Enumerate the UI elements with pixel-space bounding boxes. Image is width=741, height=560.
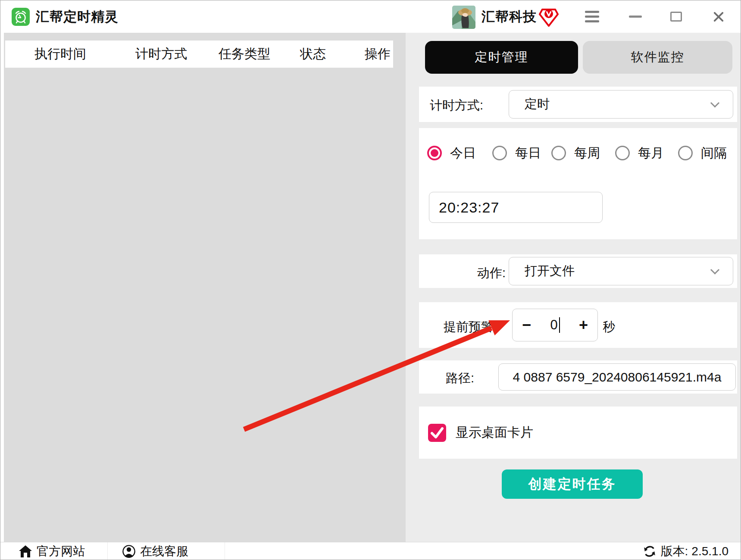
tab-timer-management[interactable]: 定时管理	[425, 41, 578, 74]
radio-option-weekly[interactable]: 每周	[551, 140, 600, 166]
radio-option-monthly[interactable]: 每月	[615, 140, 664, 166]
app-title: 汇帮定时精灵	[36, 0, 119, 33]
path-label: 路径:	[446, 370, 474, 387]
app-window: 汇帮定时精灵 汇帮科技	[0, 0, 741, 560]
person-icon	[122, 544, 136, 558]
task-table-header: 执行时间 计时方式 任务类型 状态 操作	[5, 41, 393, 68]
minimize-button[interactable]	[622, 0, 648, 33]
radio-option-daily[interactable]: 每日	[492, 140, 541, 166]
action-label: 动作:	[477, 265, 506, 282]
desktop-card-row: 显示桌面卡片	[419, 407, 737, 459]
radio-option-today[interactable]: 今日	[427, 140, 476, 166]
action-select[interactable]: 打开文件	[509, 257, 733, 285]
column-header-actions: 操作	[365, 41, 391, 68]
radio-icon	[678, 146, 693, 160]
radio-icon	[615, 146, 630, 160]
path-value: 4 0887 6579_20240806145921.m4a	[513, 370, 722, 385]
online-support-link[interactable]: 在线客服	[122, 542, 188, 560]
version-info: 版本: 2.5.1.0	[643, 542, 728, 560]
checkmark-icon	[428, 424, 446, 442]
timing-mode-select[interactable]: 定时	[509, 90, 733, 119]
brand-name: 汇帮科技	[481, 0, 537, 33]
menu-button[interactable]	[579, 0, 605, 33]
column-header-status: 状态	[300, 41, 326, 68]
divider	[225, 542, 225, 560]
title-bar: 汇帮定时精灵 汇帮科技	[0, 0, 741, 33]
chevron-down-icon	[710, 98, 719, 107]
official-website-link[interactable]: 官方网站	[19, 542, 85, 560]
action-value: 打开文件	[525, 263, 575, 280]
maximize-button[interactable]	[663, 0, 689, 33]
early-warning-label: 提前预警:	[444, 319, 497, 336]
column-header-task-type: 任务类型	[219, 41, 270, 68]
divider	[107, 542, 108, 560]
timing-mode-card: 计时方式: 定时	[419, 87, 737, 122]
schedule-card: 今日 每日 每周 每月 间隔	[419, 128, 737, 239]
column-header-timing: 计时方式	[135, 41, 187, 68]
time-input[interactable]: 20:23:27	[429, 192, 603, 223]
status-bar: 官方网站 在线客服 版本: 2.5.1.0	[0, 542, 741, 560]
time-value: 20:23:27	[439, 199, 499, 216]
decrement-button[interactable]: −	[522, 317, 531, 333]
path-input[interactable]: 4 0887 6579_20240806145921.m4a	[498, 363, 736, 391]
radio-icon	[551, 146, 566, 160]
alarm-clock-icon	[12, 8, 30, 26]
desktop-card-checkbox[interactable]	[428, 424, 446, 442]
refresh-icon	[643, 544, 657, 558]
seconds-unit-label: 秒	[603, 319, 615, 336]
version-label: 版本:	[661, 543, 688, 560]
radio-option-interval[interactable]: 间隔	[678, 140, 727, 166]
early-warning-card: 提前预警: − 0 + 秒	[419, 302, 737, 348]
radio-icon	[492, 146, 507, 160]
desktop-card-label: 显示桌面卡片	[456, 407, 533, 459]
task-table-panel: 执行时间 计时方式 任务类型 状态 操作	[4, 33, 406, 542]
early-warning-value-field[interactable]: 0	[550, 317, 560, 333]
chevron-down-icon	[710, 265, 719, 274]
timing-mode-value: 定时	[525, 96, 550, 113]
home-icon	[19, 545, 32, 558]
path-card: 路径: 4 0887 6579_20240806145921.m4a	[419, 360, 737, 394]
schedule-options: 今日 每日 每周 每月 间隔	[419, 140, 737, 166]
version-number: 2.5.1.0	[691, 544, 728, 558]
create-task-button[interactable]: 创建定时任务	[502, 469, 643, 499]
timing-mode-label: 计时方式:	[430, 97, 483, 114]
early-warning-stepper: − 0 +	[512, 309, 598, 341]
close-button[interactable]	[706, 0, 732, 33]
avatar[interactable]	[452, 6, 475, 29]
radio-icon	[427, 146, 442, 160]
text-caret	[559, 317, 560, 333]
tab-software-monitor[interactable]: 软件监控	[583, 41, 732, 74]
settings-panel: 定时管理 软件监控 计时方式: 定时 今日 每日	[406, 33, 741, 542]
increment-button[interactable]: +	[579, 317, 588, 333]
action-card: 动作: 打开文件	[419, 254, 737, 288]
column-header-exec-time: 执行时间	[34, 41, 86, 68]
vip-badge-icon	[538, 7, 559, 27]
